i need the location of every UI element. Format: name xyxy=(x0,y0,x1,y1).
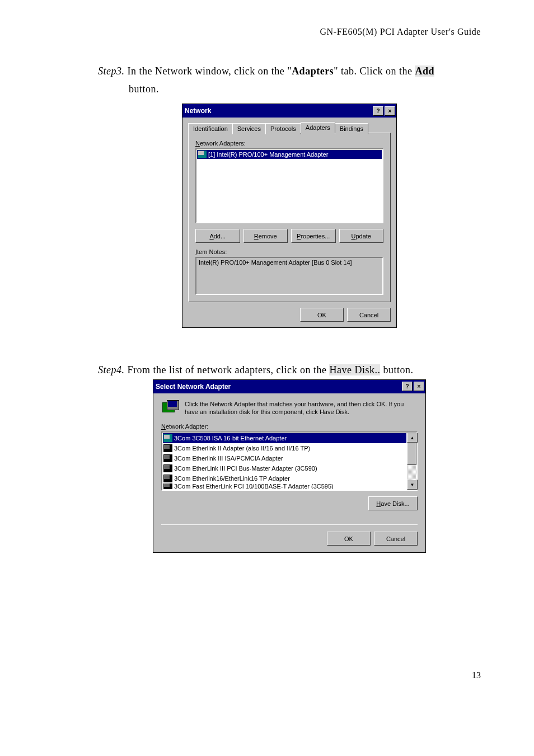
list-item[interactable]: 3Com EtherLink III PCI Bus-Master Adapte… xyxy=(163,463,406,473)
add-button[interactable]: Add... xyxy=(195,229,240,243)
tab-protocols[interactable]: Protocols xyxy=(265,123,301,134)
scrollbar[interactable]: ▲ ▼ xyxy=(407,433,416,490)
close-button[interactable]: × xyxy=(385,106,395,116)
step3-seg3: button. xyxy=(129,83,159,95)
step3-seg1: In the Network window, click on the " xyxy=(125,65,292,77)
list-item[interactable]: 3Com Etherlink II Adapter (also II/16 an… xyxy=(163,443,406,453)
network-dialog: Network ? × Identification Services Prot… xyxy=(182,104,397,328)
divider xyxy=(161,524,418,525)
network-titlebar[interactable]: Network ? × xyxy=(182,104,396,118)
page-number: 13 xyxy=(98,670,481,680)
list-item[interactable]: 3Com Etherlink III ISA/PCMCIA Adapter xyxy=(163,453,406,463)
network-card-icon xyxy=(163,483,172,489)
network-card-icon xyxy=(198,151,207,158)
scroll-track[interactable] xyxy=(407,443,416,480)
network-card-icon xyxy=(163,454,172,462)
list-item[interactable]: [1] Intel(R) PRO/100+ Management Adapter xyxy=(197,150,382,159)
list-item[interactable]: 3Com Etherlink16/EtherLink16 TP Adapter xyxy=(163,473,406,483)
select-adapter-title: Select Network Adapter xyxy=(156,383,401,391)
step4-paragraph: Step4. From the list of network adapters… xyxy=(98,361,481,379)
step4-label: Step4. xyxy=(98,364,125,375)
properties-button[interactable]: Properties... xyxy=(291,229,336,243)
remove-button[interactable]: Remove xyxy=(243,229,288,243)
step3-label: Step3. xyxy=(98,65,125,77)
network-card-icon xyxy=(163,464,172,472)
tab-identification[interactable]: Identification xyxy=(188,123,233,134)
list-item[interactable]: 3Com 3C508 ISA 16-bit Ethernet Adapter xyxy=(163,433,406,443)
step4-seg2: button. xyxy=(380,364,413,375)
help-button[interactable]: ? xyxy=(373,106,383,116)
ok-button[interactable]: OK xyxy=(300,308,344,322)
have-disk-word-boxed: Have Disk.. xyxy=(329,364,380,375)
page-header: GN-FE605(M) PCI Adapter User's Guide xyxy=(98,27,481,37)
adapter-list[interactable]: 3Com 3C508 ISA 16-bit Ethernet Adapter 3… xyxy=(161,431,418,491)
close-button[interactable]: × xyxy=(414,382,424,391)
list-item[interactable]: 3Com Fast EtherLink PCI 10/100BASE-T Ada… xyxy=(163,483,406,489)
network-adapter-label: Network Adapter: xyxy=(161,423,418,430)
step3-seg2: " tab. Click on the xyxy=(334,65,415,77)
add-word-boxed: Add xyxy=(415,65,434,77)
network-adapters-list[interactable]: [1] Intel(R) PRO/100+ Management Adapter xyxy=(195,148,383,223)
scroll-thumb[interactable] xyxy=(407,443,416,465)
have-disk-button[interactable]: Have Disk... xyxy=(368,496,418,510)
adapters-word: Adapters xyxy=(292,65,334,77)
step3-paragraph: Step3. In the Network window, click on t… xyxy=(98,63,481,98)
network-adapters-label: Network Adapters: xyxy=(195,140,383,147)
select-adapter-dialog: Select Network Adapter ? × Click the Net… xyxy=(153,379,426,553)
network-card-icon xyxy=(163,434,172,442)
cancel-button[interactable]: Cancel xyxy=(347,308,391,322)
tab-bindings[interactable]: Bindings xyxy=(335,123,368,134)
cancel-button[interactable]: Cancel xyxy=(374,532,418,546)
ok-button[interactable]: OK xyxy=(327,532,371,546)
step4-seg1: From the list of network adapters, click… xyxy=(125,364,330,375)
tab-strip: Identification Services Protocols Adapte… xyxy=(188,122,391,133)
network-card-icon xyxy=(163,475,172,482)
tab-services[interactable]: Services xyxy=(232,123,266,134)
select-adapter-titlebar[interactable]: Select Network Adapter ? × xyxy=(153,380,425,393)
adapter-item-label: [1] Intel(R) PRO/100+ Management Adapter xyxy=(208,151,328,158)
scroll-down-button[interactable]: ▼ xyxy=(407,480,418,490)
tab-adapters[interactable]: Adapters xyxy=(301,122,335,133)
help-button[interactable]: ? xyxy=(402,382,413,391)
scroll-up-button[interactable]: ▲ xyxy=(407,433,418,443)
item-notes-box: Intel(R) PRO/100+ Management Adapter [Bu… xyxy=(195,257,383,295)
item-notes-text: Intel(R) PRO/100+ Management Adapter [Bu… xyxy=(199,259,352,266)
adapter-wizard-icon xyxy=(161,400,178,416)
network-card-icon xyxy=(163,444,172,452)
item-notes-label: Item Notes: xyxy=(195,248,383,255)
info-text: Click the Network Adapter that matches y… xyxy=(185,400,418,417)
update-button[interactable]: Update xyxy=(339,229,384,243)
network-title: Network xyxy=(185,107,372,115)
adapters-panel: Network Adapters: [1] Intel(R) PRO/100+ … xyxy=(188,133,391,302)
